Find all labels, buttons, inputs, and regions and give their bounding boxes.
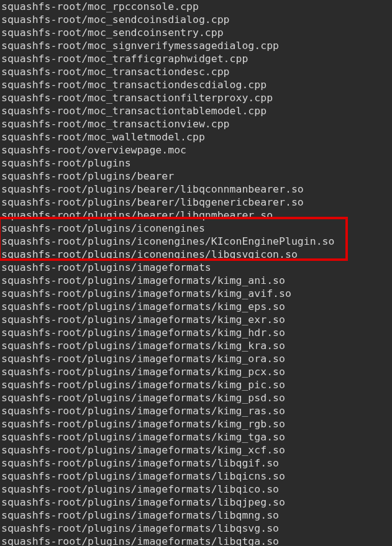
terminal-line: squashfs-root/plugins/imageformats/libqg… xyxy=(0,457,392,470)
terminal-line: squashfs-root/plugins/imageformats/kimg_… xyxy=(0,313,392,326)
terminal-line: squashfs-root/plugins/imageformats/libqm… xyxy=(0,509,392,522)
terminal-line: squashfs-root/plugins/imageformats/libqs… xyxy=(0,522,392,535)
terminal-line: squashfs-root/plugins/imageformats/libqi… xyxy=(0,483,392,496)
terminal-line: squashfs-root/plugins/imageformats/kimg_… xyxy=(0,430,392,444)
terminal-line: squashfs-root/moc_sendcoinsentry.cpp xyxy=(0,26,392,39)
terminal-output: squashfs-root/moc_rpcconsole.cppsquashfs… xyxy=(0,0,392,546)
terminal-line: squashfs-root/moc_transactiondescdialog.… xyxy=(0,78,392,91)
terminal-line: squashfs-root/plugins/imageformats/kimg_… xyxy=(0,274,392,287)
terminal-line: squashfs-root/plugins/imageformats/kimg_… xyxy=(0,378,392,391)
terminal-line: squashfs-root/plugins/imageformats/kimg_… xyxy=(0,300,392,313)
terminal-line: squashfs-root/plugins/iconengines/libqsv… xyxy=(0,248,392,261)
terminal-line: squashfs-root/plugins/imageformats/libqi… xyxy=(0,470,392,483)
terminal-line: squashfs-root/plugins/imageformats/kimg_… xyxy=(0,326,392,339)
terminal-line: squashfs-root/moc_trafficgraphwidget.cpp xyxy=(0,52,392,65)
terminal-line: squashfs-root/plugins/iconengines xyxy=(0,222,392,235)
terminal-line: squashfs-root/moc_transactionfilterproxy… xyxy=(0,91,392,104)
terminal-line: squashfs-root/plugins/bearer/libqnmbeare… xyxy=(0,209,392,222)
terminal-line: squashfs-root/plugins/imageformats xyxy=(0,261,392,274)
terminal-line: squashfs-root/plugins/bearer/libqgeneric… xyxy=(0,196,392,209)
terminal-line: squashfs-root/plugins/imageformats/kimg_… xyxy=(0,339,392,352)
terminal-line: squashfs-root/moc_walletmodel.cpp xyxy=(0,130,392,143)
terminal-line: squashfs-root/plugins/bearer xyxy=(0,170,392,183)
terminal-line: squashfs-root/moc_transactiondesc.cpp xyxy=(0,65,392,78)
terminal-line: squashfs-root/moc_transactiontablemodel.… xyxy=(0,104,392,117)
terminal-line: squashfs-root/plugins/imageformats/kimg_… xyxy=(0,352,392,365)
terminal-line: squashfs-root/moc_rpcconsole.cpp xyxy=(0,0,392,13)
terminal-line: squashfs-root/plugins/imageformats/libqt… xyxy=(0,535,392,546)
terminal-line: squashfs-root/plugins/imageformats/kimg_… xyxy=(0,391,392,404)
terminal-line: squashfs-root/plugins/iconengines/KIconE… xyxy=(0,235,392,248)
terminal-line: squashfs-root/plugins/imageformats/kimg_… xyxy=(0,365,392,378)
terminal-line: squashfs-root/plugins/imageformats/libqj… xyxy=(0,496,392,509)
terminal-line: squashfs-root/plugins/imageformats/kimg_… xyxy=(0,287,392,300)
terminal-line: squashfs-root/moc_sendcoinsdialog.cpp xyxy=(0,13,392,26)
terminal-line: squashfs-root/plugins/imageformats/kimg_… xyxy=(0,444,392,457)
terminal-line: squashfs-root/moc_transactionview.cpp xyxy=(0,117,392,130)
terminal-line: squashfs-root/moc_signverifymessagedialo… xyxy=(0,39,392,52)
terminal-line: squashfs-root/plugins/imageformats/kimg_… xyxy=(0,417,392,430)
terminal-line: squashfs-root/plugins/imageformats/kimg_… xyxy=(0,404,392,417)
terminal-line: squashfs-root/plugins/bearer/libqconnman… xyxy=(0,183,392,196)
terminal-line: squashfs-root/overviewpage.moc xyxy=(0,143,392,157)
terminal-line: squashfs-root/plugins xyxy=(0,157,392,170)
